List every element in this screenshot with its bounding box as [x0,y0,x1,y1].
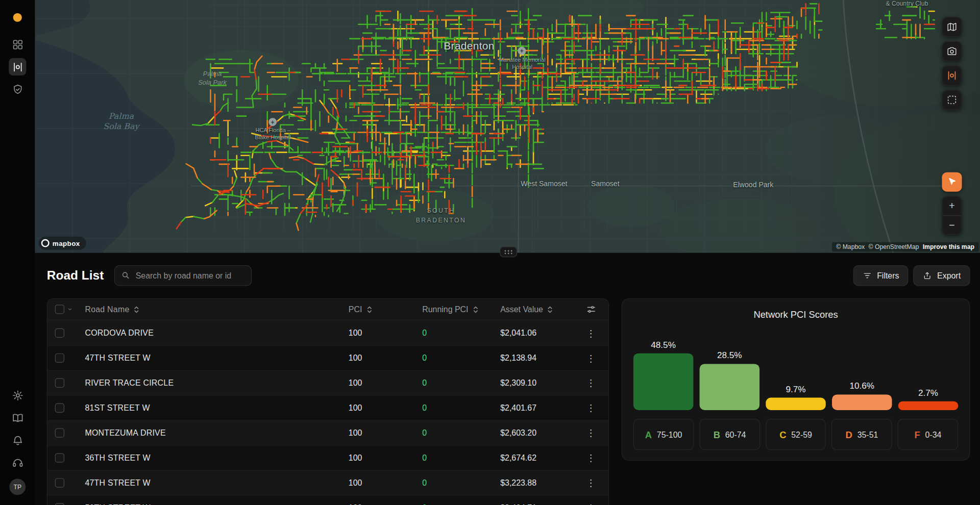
map-render [35,0,980,253]
camera-icon [946,45,958,57]
legend-item[interactable]: D 35-51 [831,419,892,450]
table-row[interactable]: CORDOVA DRIVE 100 0 $2,041.06 ⋮ [47,320,608,345]
table-row[interactable]: MONTEZUMA DRIVE 100 0 $2,603.20 ⋮ [47,420,608,445]
zoom-control: + − [942,196,962,235]
export-button[interactable]: Export [914,265,970,285]
pci-bar-chart: 48.5% 28.5% 9.7% [622,324,969,410]
column-header-road-name[interactable]: Road Name [76,305,349,314]
column-header-pci[interactable]: PCI [349,305,422,314]
road-name: 47TH STREET W [76,478,349,487]
asset-value: $2,674.62 [500,453,572,462]
pci-bar[interactable] [898,401,958,410]
page-title: Road List [47,268,104,283]
pci-bar[interactable] [700,364,760,410]
search-box [114,265,252,285]
row-checkbox[interactable] [55,428,64,437]
map-resize-handle[interactable] [500,246,517,257]
pci-bar[interactable] [633,353,693,410]
pci-value: 100 [349,478,422,487]
screenshot-button[interactable] [942,41,962,61]
headset-icon [12,457,23,468]
sidebar-item-quality[interactable] [9,81,26,98]
road-table: Road Name PCI Running PCI [47,298,609,505]
asset-value: $2,138.94 [500,353,572,363]
legend-item[interactable]: C 52-59 [766,419,826,450]
attrib-mapbox-link[interactable]: © Mapbox [836,243,865,250]
row-menu-icon[interactable]: ⋮ [586,428,595,437]
row-checkbox[interactable] [55,378,64,388]
row-menu-icon[interactable]: ⋮ [586,478,595,487]
map-toolbar [942,17,962,110]
table-row[interactable]: 47TH STREET W 100 0 $2,138.94 ⋮ [47,345,608,370]
shield-check-icon [12,83,23,95]
docs-button[interactable] [11,411,23,423]
hospital-icon: + [518,47,526,55]
legend-range: 60-74 [725,430,746,439]
bar-percentage-label: 48.5% [651,340,676,350]
pci-bar[interactable] [766,398,825,410]
user-avatar[interactable]: TP [9,479,26,495]
row-menu-icon[interactable]: ⋮ [586,353,595,363]
table-body: CORDOVA DRIVE 100 0 $2,041.06 ⋮ 47TH STR… [47,320,608,505]
attrib-osm-link[interactable]: © OpenStreetMap [869,243,919,250]
support-button[interactable] [11,457,23,469]
row-checkbox[interactable] [55,453,64,462]
cursor-icon [947,176,958,187]
settings-button[interactable] [11,389,23,401]
row-checkbox[interactable] [55,328,64,337]
legend-item[interactable]: B 60-74 [699,419,760,450]
zoom-in-button[interactable]: + [943,196,962,215]
brand-logo[interactable] [13,13,22,22]
map-style-button[interactable] [942,17,962,37]
row-menu-icon[interactable]: ⋮ [586,378,595,388]
sort-icon [547,305,553,314]
search-icon [121,271,130,280]
asset-value: $2,309.10 [500,378,572,388]
legend-range: 75-100 [657,430,682,439]
column-header-asset-value[interactable]: Asset Value [500,305,572,314]
table-row[interactable]: 81ST STREET W 100 0 $2,401.67 ⋮ [47,395,608,420]
row-checkbox[interactable] [55,503,64,505]
notifications-button[interactable] [11,434,23,446]
bar-percentage-label: 9.7% [786,384,805,394]
table-row[interactable]: 50TH STREET W 100 0 $3,404.71 ⋮ [47,495,608,505]
row-checkbox[interactable] [55,353,64,363]
box-select-button[interactable] [942,90,962,110]
sort-icon [472,305,479,314]
sidebar-item-dashboard[interactable] [9,36,26,53]
mapbox-logo[interactable]: mapbox [39,237,86,250]
column-header-running-pci[interactable]: Running PCI [422,305,500,314]
search-input[interactable] [134,270,245,281]
select-all-checkbox[interactable] [55,305,64,314]
cursor-tool-button[interactable] [942,172,962,192]
road-width-icon [946,70,958,81]
legend-range: 35-51 [857,430,878,439]
road-name: 50TH STREET W [76,503,349,505]
table-row[interactable]: 47TH STREET W 100 0 $3,223.88 ⋮ [47,470,608,495]
row-checkbox[interactable] [55,478,64,487]
legend-item[interactable]: F 0-34 [898,419,958,450]
legend-item[interactable]: A 75-100 [633,419,694,450]
table-row[interactable]: RIVER TRACE CIRCLE 100 0 $2,309.10 ⋮ [47,370,608,395]
road-name: 81ST STREET W [76,403,349,413]
row-menu-icon[interactable]: ⋮ [586,503,595,505]
filters-button[interactable]: Filters [853,265,909,285]
zoom-out-button[interactable]: − [943,215,962,234]
row-checkbox[interactable] [55,403,64,413]
road-layer-button[interactable] [942,65,962,85]
chevron-down-icon[interactable] [67,306,72,313]
pci-value: 100 [349,353,422,363]
road-name: RIVER TRACE CIRCLE [76,378,349,388]
table-row[interactable]: 36TH STREET W 100 0 $2,674.62 ⋮ [47,445,608,470]
column-settings-icon[interactable] [585,304,596,315]
row-menu-icon[interactable]: ⋮ [586,403,595,413]
sidebar-item-roads[interactable] [9,58,26,75]
improve-map-link[interactable]: Improve this map [923,243,974,250]
sort-icon [366,305,373,314]
legend-grade-letter: B [714,429,720,440]
row-menu-icon[interactable]: ⋮ [586,328,595,337]
row-menu-icon[interactable]: ⋮ [586,453,595,462]
pci-bar[interactable] [832,394,892,410]
running-pci-value: 0 [422,453,500,462]
map-canvas[interactable]: Bradenton Palma Sola Bay Palma Sola Park… [35,0,980,253]
